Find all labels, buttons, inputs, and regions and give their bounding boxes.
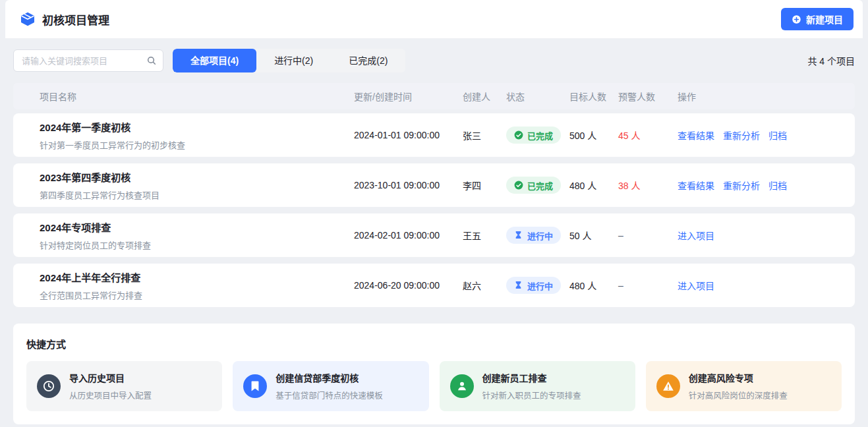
hourglass-icon [514,231,523,240]
status-badge: 进行中 [506,277,561,294]
page-title: 初核项目管理 [42,11,109,28]
target-count: 50 人 [569,229,618,242]
plus-circle-icon [792,14,801,24]
shortcut-card[interactable]: 创建新员工排查 针对新入职员工的专项排查 [440,361,635,411]
shortcut-card[interactable]: 创建信贷部季度初核 基于信贷部门特点的快速模板 [233,361,428,411]
shortcuts-grid: 导入历史项目 从历史项目中导入配置 创建信贷部季度初核 基于信贷部门特点的快速模… [26,361,842,411]
shortcuts-title: 快捷方式 [26,337,842,351]
table-row: 2024年上半年全行排查 全行范围员工异常行为排查 2024-06-20 09:… [13,264,855,307]
shortcut-description: 针对高风险岗位的深度排查 [689,389,788,401]
status-badge: 已完成 [506,177,561,194]
project-creator: 赵六 [463,279,506,292]
project-description: 针对特定岗位员工的专项排查 [40,239,354,251]
shortcut-description: 基于信贷部门特点的快速模板 [275,389,383,401]
target-count: 480 人 [569,279,618,292]
hourglass-icon [514,281,523,290]
table-row: 2024年专项排查 针对特定岗位员工的专项排查 2024-02-01 09:00… [13,214,855,257]
toolbar: 全部项目(4)进行中(2)已完成(2) 共 4 个项目 [13,49,855,72]
project-name: 2024年上半年全行排查 [40,270,354,284]
search-input[interactable] [13,49,163,72]
project-time: 2024-06-20 09:00:00 [354,280,463,291]
col-actions: 操作 [678,90,842,103]
check-circle-icon [514,181,523,190]
action-link[interactable]: 重新分析 [723,128,760,142]
search-box [13,49,163,72]
project-time: 2024-02-01 09:00:00 [354,230,463,241]
project-table: 2024年第一季度初核 针对第一季度员工异常行为的初步核查 2024-01-01… [13,113,855,307]
shortcut-card[interactable]: 创建高风险专项 针对高风险岗位的深度排查 [646,361,842,411]
project-creator: 李四 [463,179,506,192]
action-link[interactable]: 进入项目 [678,279,714,292]
project-name: 2024年第一季度初核 [40,120,354,134]
shortcut-title: 创建新员工排查 [482,371,581,384]
action-link[interactable]: 查看结果 [678,128,714,142]
shortcut-description: 针对新入职员工的专项排查 [482,389,581,401]
check-circle-icon [514,130,523,140]
col-status: 状态 [506,90,569,103]
col-target-count: 目标人数 [569,90,618,103]
page-header: 初核项目管理 新建项目 [5,0,863,38]
status-badge: 已完成 [506,127,561,144]
row-actions: 查看结果重新分析归档 [678,179,842,192]
target-count: 500 人 [569,128,618,142]
search-icon [146,55,157,66]
project-description: 全行范围员工异常行为排查 [40,289,354,301]
col-update-time: 更新/创建时间 [354,90,463,103]
col-warning-count: 预警人数 [618,90,678,103]
project-creator: 王五 [463,229,506,242]
project-creator: 张三 [463,128,506,142]
warning-count: 45 人 [618,128,678,142]
target-count: 480 人 [569,179,618,192]
user-icon [450,374,474,398]
new-project-button[interactable]: 新建项目 [781,8,854,30]
app-cube-logo-icon [20,11,36,27]
project-description: 针对第一季度员工异常行为的初步核查 [40,138,354,151]
col-creator: 创建人 [463,90,506,103]
row-actions: 进入项目 [678,229,842,242]
project-time: 2023-10-01 09:00:00 [354,180,463,190]
shortcut-description: 从历史项目中导入配置 [69,389,152,401]
total-count: 共 4 个项目 [807,54,855,67]
shortcuts-section: 快捷方式 导入历史项目 从历史项目中导入配置 创建信贷部季度初核 基于信贷部门特… [13,324,855,424]
shortcut-title: 导入历史项目 [69,371,152,384]
filter-tab-0[interactable]: 全部项目(4) [173,49,256,72]
table-header: 项目名称 更新/创建时间 创建人 状态 目标人数 预警人数 操作 [13,83,855,109]
shortcut-card[interactable]: 导入历史项目 从历史项目中导入配置 [26,361,222,411]
warning-count: – [618,230,678,241]
table-row: 2023年第四季度初核 第四季度员工异常行为核查项目 2023-10-01 09… [13,163,855,207]
project-description: 第四季度员工异常行为核查项目 [40,188,354,201]
col-project-name: 项目名称 [26,90,354,103]
action-link[interactable]: 进入项目 [678,229,714,242]
row-actions: 进入项目 [678,279,842,292]
bookmark-icon [243,374,267,398]
shortcut-title: 创建信贷部季度初核 [275,371,383,384]
action-link[interactable]: 归档 [768,128,787,142]
shortcut-title: 创建高风险专项 [689,371,788,384]
action-link[interactable]: 归档 [768,179,787,192]
project-name: 2023年第四季度初核 [40,170,354,184]
project-time: 2024-01-01 09:00:00 [354,130,463,140]
filter-tab-2[interactable]: 已完成(2) [331,49,405,72]
filter-tabs: 全部项目(4)进行中(2)已完成(2) [173,49,405,72]
row-actions: 查看结果重新分析归档 [678,128,842,142]
warning-icon [656,374,680,398]
status-badge: 进行中 [506,227,561,244]
warning-count: – [618,280,678,291]
project-name: 2024年专项排查 [40,220,354,234]
table-row: 2024年第一季度初核 针对第一季度员工异常行为的初步核查 2024-01-01… [13,113,855,157]
action-link[interactable]: 查看结果 [678,179,714,192]
action-link[interactable]: 重新分析 [723,179,760,192]
filter-tab-1[interactable]: 进行中(2) [256,49,331,72]
warning-count: 38 人 [618,179,678,192]
clock-icon [37,374,61,398]
